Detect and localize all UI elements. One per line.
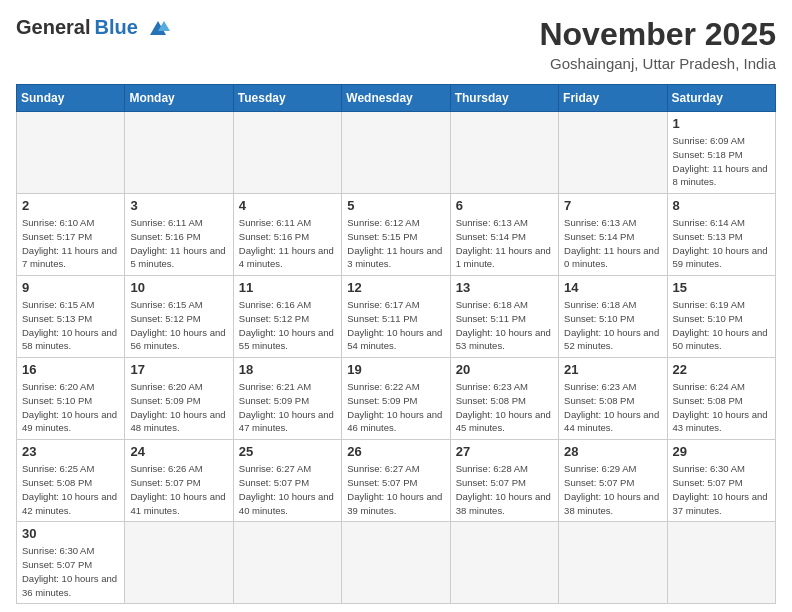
calendar-cell: 7Sunrise: 6:13 AM Sunset: 5:14 PM Daylig… — [559, 194, 667, 276]
calendar-cell: 11Sunrise: 6:16 AM Sunset: 5:12 PM Dayli… — [233, 276, 341, 358]
calendar-cell — [667, 522, 775, 604]
day-number: 10 — [130, 280, 227, 295]
day-info: Sunrise: 6:09 AM Sunset: 5:18 PM Dayligh… — [673, 134, 770, 189]
day-number: 22 — [673, 362, 770, 377]
calendar-cell: 26Sunrise: 6:27 AM Sunset: 5:07 PM Dayli… — [342, 440, 450, 522]
logo-blue-text: Blue — [94, 16, 137, 39]
calendar-cell: 3Sunrise: 6:11 AM Sunset: 5:16 PM Daylig… — [125, 194, 233, 276]
day-number: 15 — [673, 280, 770, 295]
day-info: Sunrise: 6:20 AM Sunset: 5:09 PM Dayligh… — [130, 380, 227, 435]
calendar-cell: 29Sunrise: 6:30 AM Sunset: 5:07 PM Dayli… — [667, 440, 775, 522]
day-number: 4 — [239, 198, 336, 213]
day-number: 9 — [22, 280, 119, 295]
calendar-cell: 18Sunrise: 6:21 AM Sunset: 5:09 PM Dayli… — [233, 358, 341, 440]
day-info: Sunrise: 6:13 AM Sunset: 5:14 PM Dayligh… — [456, 216, 553, 271]
logo-icon — [142, 17, 174, 39]
day-header-wednesday: Wednesday — [342, 85, 450, 112]
day-number: 16 — [22, 362, 119, 377]
day-number: 30 — [22, 526, 119, 541]
calendar-week-row: 23Sunrise: 6:25 AM Sunset: 5:08 PM Dayli… — [17, 440, 776, 522]
day-info: Sunrise: 6:29 AM Sunset: 5:07 PM Dayligh… — [564, 462, 661, 517]
day-number: 12 — [347, 280, 444, 295]
calendar-cell: 21Sunrise: 6:23 AM Sunset: 5:08 PM Dayli… — [559, 358, 667, 440]
calendar-cell: 22Sunrise: 6:24 AM Sunset: 5:08 PM Dayli… — [667, 358, 775, 440]
day-info: Sunrise: 6:15 AM Sunset: 5:13 PM Dayligh… — [22, 298, 119, 353]
calendar-week-row: 9Sunrise: 6:15 AM Sunset: 5:13 PM Daylig… — [17, 276, 776, 358]
day-info: Sunrise: 6:26 AM Sunset: 5:07 PM Dayligh… — [130, 462, 227, 517]
calendar-cell — [125, 522, 233, 604]
day-info: Sunrise: 6:11 AM Sunset: 5:16 PM Dayligh… — [130, 216, 227, 271]
title-block: November 2025 Goshainganj, Uttar Pradesh… — [539, 16, 776, 72]
calendar-cell: 19Sunrise: 6:22 AM Sunset: 5:09 PM Dayli… — [342, 358, 450, 440]
calendar-cell: 27Sunrise: 6:28 AM Sunset: 5:07 PM Dayli… — [450, 440, 558, 522]
calendar-cell — [450, 522, 558, 604]
calendar-cell: 28Sunrise: 6:29 AM Sunset: 5:07 PM Dayli… — [559, 440, 667, 522]
logo: General Blue — [16, 16, 174, 39]
calendar-cell — [125, 112, 233, 194]
calendar-cell: 1Sunrise: 6:09 AM Sunset: 5:18 PM Daylig… — [667, 112, 775, 194]
day-header-saturday: Saturday — [667, 85, 775, 112]
day-number: 18 — [239, 362, 336, 377]
day-info: Sunrise: 6:27 AM Sunset: 5:07 PM Dayligh… — [239, 462, 336, 517]
day-number: 13 — [456, 280, 553, 295]
day-info: Sunrise: 6:14 AM Sunset: 5:13 PM Dayligh… — [673, 216, 770, 271]
day-number: 17 — [130, 362, 227, 377]
day-info: Sunrise: 6:23 AM Sunset: 5:08 PM Dayligh… — [564, 380, 661, 435]
calendar-cell: 9Sunrise: 6:15 AM Sunset: 5:13 PM Daylig… — [17, 276, 125, 358]
calendar-cell — [342, 522, 450, 604]
day-number: 21 — [564, 362, 661, 377]
calendar-cell — [17, 112, 125, 194]
calendar-cell: 24Sunrise: 6:26 AM Sunset: 5:07 PM Dayli… — [125, 440, 233, 522]
day-header-tuesday: Tuesday — [233, 85, 341, 112]
calendar-cell — [559, 522, 667, 604]
calendar-cell: 8Sunrise: 6:14 AM Sunset: 5:13 PM Daylig… — [667, 194, 775, 276]
day-number: 5 — [347, 198, 444, 213]
calendar-cell: 25Sunrise: 6:27 AM Sunset: 5:07 PM Dayli… — [233, 440, 341, 522]
location-text: Goshainganj, Uttar Pradesh, India — [539, 55, 776, 72]
calendar-cell: 15Sunrise: 6:19 AM Sunset: 5:10 PM Dayli… — [667, 276, 775, 358]
day-number: 6 — [456, 198, 553, 213]
day-info: Sunrise: 6:15 AM Sunset: 5:12 PM Dayligh… — [130, 298, 227, 353]
day-number: 23 — [22, 444, 119, 459]
calendar-week-row: 1Sunrise: 6:09 AM Sunset: 5:18 PM Daylig… — [17, 112, 776, 194]
calendar-week-row: 30Sunrise: 6:30 AM Sunset: 5:07 PM Dayli… — [17, 522, 776, 604]
calendar-cell: 17Sunrise: 6:20 AM Sunset: 5:09 PM Dayli… — [125, 358, 233, 440]
day-info: Sunrise: 6:30 AM Sunset: 5:07 PM Dayligh… — [673, 462, 770, 517]
calendar-table: SundayMondayTuesdayWednesdayThursdayFrid… — [16, 84, 776, 604]
day-number: 3 — [130, 198, 227, 213]
day-number: 29 — [673, 444, 770, 459]
day-info: Sunrise: 6:24 AM Sunset: 5:08 PM Dayligh… — [673, 380, 770, 435]
day-number: 11 — [239, 280, 336, 295]
calendar-cell: 2Sunrise: 6:10 AM Sunset: 5:17 PM Daylig… — [17, 194, 125, 276]
calendar-cell: 10Sunrise: 6:15 AM Sunset: 5:12 PM Dayli… — [125, 276, 233, 358]
day-number: 2 — [22, 198, 119, 213]
day-number: 25 — [239, 444, 336, 459]
calendar-cell — [233, 522, 341, 604]
day-info: Sunrise: 6:30 AM Sunset: 5:07 PM Dayligh… — [22, 544, 119, 599]
day-info: Sunrise: 6:11 AM Sunset: 5:16 PM Dayligh… — [239, 216, 336, 271]
day-info: Sunrise: 6:13 AM Sunset: 5:14 PM Dayligh… — [564, 216, 661, 271]
day-info: Sunrise: 6:18 AM Sunset: 5:11 PM Dayligh… — [456, 298, 553, 353]
day-number: 24 — [130, 444, 227, 459]
day-info: Sunrise: 6:10 AM Sunset: 5:17 PM Dayligh… — [22, 216, 119, 271]
calendar-week-row: 16Sunrise: 6:20 AM Sunset: 5:10 PM Dayli… — [17, 358, 776, 440]
calendar-cell: 14Sunrise: 6:18 AM Sunset: 5:10 PM Dayli… — [559, 276, 667, 358]
day-info: Sunrise: 6:16 AM Sunset: 5:12 PM Dayligh… — [239, 298, 336, 353]
day-info: Sunrise: 6:23 AM Sunset: 5:08 PM Dayligh… — [456, 380, 553, 435]
day-number: 7 — [564, 198, 661, 213]
day-info: Sunrise: 6:18 AM Sunset: 5:10 PM Dayligh… — [564, 298, 661, 353]
calendar-cell: 12Sunrise: 6:17 AM Sunset: 5:11 PM Dayli… — [342, 276, 450, 358]
calendar-cell: 6Sunrise: 6:13 AM Sunset: 5:14 PM Daylig… — [450, 194, 558, 276]
day-number: 14 — [564, 280, 661, 295]
day-info: Sunrise: 6:28 AM Sunset: 5:07 PM Dayligh… — [456, 462, 553, 517]
day-info: Sunrise: 6:12 AM Sunset: 5:15 PM Dayligh… — [347, 216, 444, 271]
calendar-cell: 23Sunrise: 6:25 AM Sunset: 5:08 PM Dayli… — [17, 440, 125, 522]
calendar-cell: 16Sunrise: 6:20 AM Sunset: 5:10 PM Dayli… — [17, 358, 125, 440]
day-info: Sunrise: 6:17 AM Sunset: 5:11 PM Dayligh… — [347, 298, 444, 353]
calendar-cell: 30Sunrise: 6:30 AM Sunset: 5:07 PM Dayli… — [17, 522, 125, 604]
day-number: 28 — [564, 444, 661, 459]
day-info: Sunrise: 6:21 AM Sunset: 5:09 PM Dayligh… — [239, 380, 336, 435]
logo-general-text: General — [16, 16, 90, 39]
day-header-friday: Friday — [559, 85, 667, 112]
day-info: Sunrise: 6:20 AM Sunset: 5:10 PM Dayligh… — [22, 380, 119, 435]
